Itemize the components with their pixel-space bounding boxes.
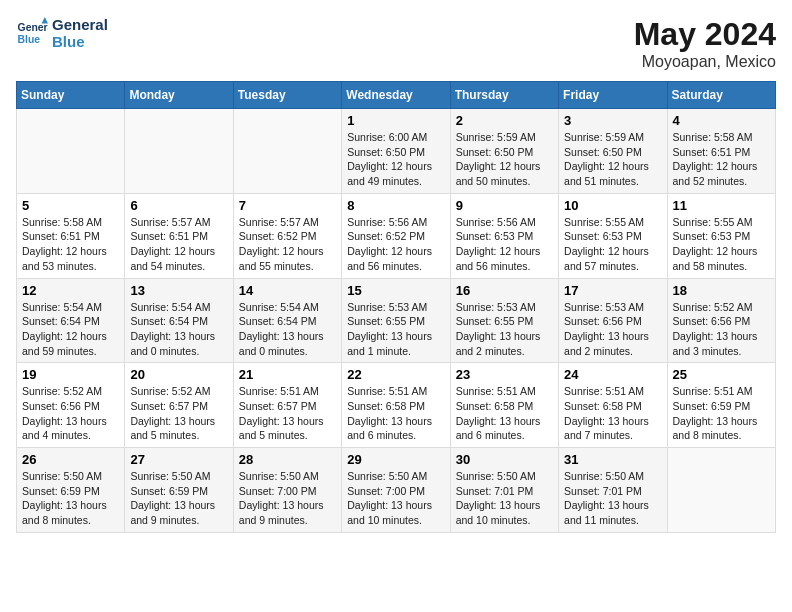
calendar-cell <box>125 109 233 194</box>
day-info: Sunrise: 5:50 AMSunset: 7:01 PMDaylight:… <box>564 469 661 528</box>
day-info: Sunrise: 5:58 AMSunset: 6:51 PMDaylight:… <box>673 130 770 189</box>
day-info: Sunrise: 5:56 AMSunset: 6:52 PMDaylight:… <box>347 215 444 274</box>
header-tuesday: Tuesday <box>233 82 341 109</box>
week-row-1: 1Sunrise: 6:00 AMSunset: 6:50 PMDaylight… <box>17 109 776 194</box>
day-info: Sunrise: 5:57 AMSunset: 6:51 PMDaylight:… <box>130 215 227 274</box>
calendar-cell: 26Sunrise: 5:50 AMSunset: 6:59 PMDayligh… <box>17 448 125 533</box>
calendar-cell: 27Sunrise: 5:50 AMSunset: 6:59 PMDayligh… <box>125 448 233 533</box>
day-number: 21 <box>239 367 336 382</box>
calendar-cell: 14Sunrise: 5:54 AMSunset: 6:54 PMDayligh… <box>233 278 341 363</box>
week-row-3: 12Sunrise: 5:54 AMSunset: 6:54 PMDayligh… <box>17 278 776 363</box>
calendar-cell: 31Sunrise: 5:50 AMSunset: 7:01 PMDayligh… <box>559 448 667 533</box>
day-info: Sunrise: 5:55 AMSunset: 6:53 PMDaylight:… <box>673 215 770 274</box>
logo-line1: General <box>52 16 108 33</box>
day-info: Sunrise: 5:59 AMSunset: 6:50 PMDaylight:… <box>564 130 661 189</box>
calendar-cell <box>233 109 341 194</box>
header-monday: Monday <box>125 82 233 109</box>
calendar-header: SundayMondayTuesdayWednesdayThursdayFrid… <box>17 82 776 109</box>
day-info: Sunrise: 5:51 AMSunset: 6:57 PMDaylight:… <box>239 384 336 443</box>
calendar-cell <box>17 109 125 194</box>
day-number: 14 <box>239 283 336 298</box>
day-info: Sunrise: 5:58 AMSunset: 6:51 PMDaylight:… <box>22 215 119 274</box>
day-number: 3 <box>564 113 661 128</box>
svg-text:Blue: Blue <box>18 34 41 45</box>
calendar-cell: 6Sunrise: 5:57 AMSunset: 6:51 PMDaylight… <box>125 193 233 278</box>
calendar-cell: 7Sunrise: 5:57 AMSunset: 6:52 PMDaylight… <box>233 193 341 278</box>
day-info: Sunrise: 5:57 AMSunset: 6:52 PMDaylight:… <box>239 215 336 274</box>
day-info: Sunrise: 5:51 AMSunset: 6:58 PMDaylight:… <box>347 384 444 443</box>
calendar-cell: 17Sunrise: 5:53 AMSunset: 6:56 PMDayligh… <box>559 278 667 363</box>
day-number: 19 <box>22 367 119 382</box>
calendar-cell: 11Sunrise: 5:55 AMSunset: 6:53 PMDayligh… <box>667 193 775 278</box>
day-info: Sunrise: 5:52 AMSunset: 6:56 PMDaylight:… <box>673 300 770 359</box>
week-row-2: 5Sunrise: 5:58 AMSunset: 6:51 PMDaylight… <box>17 193 776 278</box>
calendar-cell: 13Sunrise: 5:54 AMSunset: 6:54 PMDayligh… <box>125 278 233 363</box>
calendar-cell: 3Sunrise: 5:59 AMSunset: 6:50 PMDaylight… <box>559 109 667 194</box>
day-info: Sunrise: 5:51 AMSunset: 6:58 PMDaylight:… <box>564 384 661 443</box>
calendar-cell: 1Sunrise: 6:00 AMSunset: 6:50 PMDaylight… <box>342 109 450 194</box>
day-number: 13 <box>130 283 227 298</box>
calendar-cell: 19Sunrise: 5:52 AMSunset: 6:56 PMDayligh… <box>17 363 125 448</box>
day-number: 18 <box>673 283 770 298</box>
logo-line2: Blue <box>52 33 108 50</box>
calendar-cell: 15Sunrise: 5:53 AMSunset: 6:55 PMDayligh… <box>342 278 450 363</box>
calendar-cell: 2Sunrise: 5:59 AMSunset: 6:50 PMDaylight… <box>450 109 558 194</box>
calendar-cell: 30Sunrise: 5:50 AMSunset: 7:01 PMDayligh… <box>450 448 558 533</box>
day-info: Sunrise: 5:53 AMSunset: 6:56 PMDaylight:… <box>564 300 661 359</box>
calendar-body: 1Sunrise: 6:00 AMSunset: 6:50 PMDaylight… <box>17 109 776 533</box>
day-info: Sunrise: 5:55 AMSunset: 6:53 PMDaylight:… <box>564 215 661 274</box>
day-number: 2 <box>456 113 553 128</box>
week-row-5: 26Sunrise: 5:50 AMSunset: 6:59 PMDayligh… <box>17 448 776 533</box>
day-info: Sunrise: 5:51 AMSunset: 6:59 PMDaylight:… <box>673 384 770 443</box>
calendar-cell: 8Sunrise: 5:56 AMSunset: 6:52 PMDaylight… <box>342 193 450 278</box>
day-info: Sunrise: 5:53 AMSunset: 6:55 PMDaylight:… <box>347 300 444 359</box>
day-number: 22 <box>347 367 444 382</box>
page-header: General Blue General Blue May 2024 Moyoa… <box>16 16 776 71</box>
day-number: 25 <box>673 367 770 382</box>
week-row-4: 19Sunrise: 5:52 AMSunset: 6:56 PMDayligh… <box>17 363 776 448</box>
day-info: Sunrise: 5:52 AMSunset: 6:57 PMDaylight:… <box>130 384 227 443</box>
logo: General Blue General Blue <box>16 16 108 50</box>
calendar-cell: 4Sunrise: 5:58 AMSunset: 6:51 PMDaylight… <box>667 109 775 194</box>
page-subtitle: Moyoapan, Mexico <box>634 53 776 71</box>
day-number: 24 <box>564 367 661 382</box>
calendar-cell: 21Sunrise: 5:51 AMSunset: 6:57 PMDayligh… <box>233 363 341 448</box>
calendar-cell: 29Sunrise: 5:50 AMSunset: 7:00 PMDayligh… <box>342 448 450 533</box>
header-sunday: Sunday <box>17 82 125 109</box>
day-info: Sunrise: 5:50 AMSunset: 7:00 PMDaylight:… <box>239 469 336 528</box>
day-info: Sunrise: 5:54 AMSunset: 6:54 PMDaylight:… <box>22 300 119 359</box>
calendar-cell: 22Sunrise: 5:51 AMSunset: 6:58 PMDayligh… <box>342 363 450 448</box>
day-number: 12 <box>22 283 119 298</box>
calendar-cell: 23Sunrise: 5:51 AMSunset: 6:58 PMDayligh… <box>450 363 558 448</box>
day-info: Sunrise: 5:59 AMSunset: 6:50 PMDaylight:… <box>456 130 553 189</box>
calendar-cell: 9Sunrise: 5:56 AMSunset: 6:53 PMDaylight… <box>450 193 558 278</box>
calendar-table: SundayMondayTuesdayWednesdayThursdayFrid… <box>16 81 776 533</box>
day-number: 8 <box>347 198 444 213</box>
day-number: 27 <box>130 452 227 467</box>
day-info: Sunrise: 6:00 AMSunset: 6:50 PMDaylight:… <box>347 130 444 189</box>
day-info: Sunrise: 5:52 AMSunset: 6:56 PMDaylight:… <box>22 384 119 443</box>
header-saturday: Saturday <box>667 82 775 109</box>
day-info: Sunrise: 5:53 AMSunset: 6:55 PMDaylight:… <box>456 300 553 359</box>
day-number: 17 <box>564 283 661 298</box>
svg-marker-2 <box>42 17 48 23</box>
day-info: Sunrise: 5:50 AMSunset: 7:00 PMDaylight:… <box>347 469 444 528</box>
day-number: 5 <box>22 198 119 213</box>
day-number: 6 <box>130 198 227 213</box>
day-number: 20 <box>130 367 227 382</box>
day-number: 7 <box>239 198 336 213</box>
calendar-cell: 16Sunrise: 5:53 AMSunset: 6:55 PMDayligh… <box>450 278 558 363</box>
calendar-cell: 18Sunrise: 5:52 AMSunset: 6:56 PMDayligh… <box>667 278 775 363</box>
header-thursday: Thursday <box>450 82 558 109</box>
page-title: May 2024 <box>634 16 776 53</box>
calendar-cell: 25Sunrise: 5:51 AMSunset: 6:59 PMDayligh… <box>667 363 775 448</box>
day-number: 28 <box>239 452 336 467</box>
calendar-cell: 10Sunrise: 5:55 AMSunset: 6:53 PMDayligh… <box>559 193 667 278</box>
day-info: Sunrise: 5:51 AMSunset: 6:58 PMDaylight:… <box>456 384 553 443</box>
header-wednesday: Wednesday <box>342 82 450 109</box>
day-info: Sunrise: 5:54 AMSunset: 6:54 PMDaylight:… <box>130 300 227 359</box>
day-number: 9 <box>456 198 553 213</box>
day-number: 1 <box>347 113 444 128</box>
day-number: 26 <box>22 452 119 467</box>
calendar-cell: 20Sunrise: 5:52 AMSunset: 6:57 PMDayligh… <box>125 363 233 448</box>
